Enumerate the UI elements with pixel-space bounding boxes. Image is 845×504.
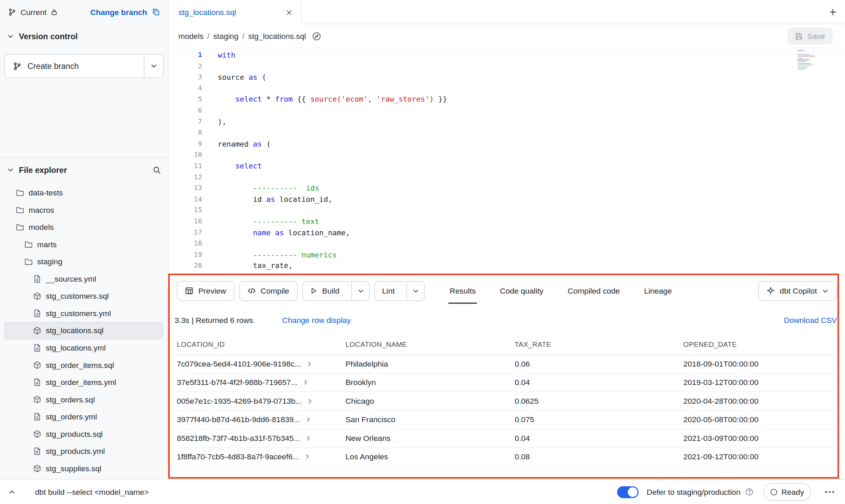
line-number: 18 (169, 238, 202, 249)
folder-icon (16, 189, 24, 197)
create-branch-main[interactable]: Create branch (5, 54, 144, 77)
file-name: stg_products.yml (46, 447, 105, 456)
change-row-display-link[interactable]: Change row display (282, 316, 351, 325)
defer-label: Defer to staging/production (647, 488, 741, 496)
code-editor[interactable]: 1234567891011121314151617181920 withsour… (169, 48, 845, 275)
row-expand-icon[interactable] (304, 454, 311, 460)
lint-button[interactable]: Lint (374, 281, 425, 300)
code-line: select (218, 160, 447, 172)
create-branch-caret[interactable] (144, 54, 163, 77)
row-expand-icon[interactable] (305, 416, 312, 423)
build-main[interactable]: Build (303, 281, 346, 300)
location-id-text: 005e7e1c-1935-4269-b479-0713b... (177, 397, 302, 405)
file-tree-item-__sources.yml[interactable]: __sources.yml (4, 270, 163, 288)
file-tree-item-stg_locations.yml[interactable]: stg_locations.yml (4, 339, 163, 357)
file-name: data-tests (29, 189, 63, 197)
location-id-text: 37e5f311-b7f4-4f2f-988b-719657... (177, 378, 297, 387)
preview-button[interactable]: Preview (177, 281, 234, 300)
cell-value: 3977f440-b87d-461b-9dd6-81839... (177, 415, 345, 424)
create-branch-button[interactable]: Create branch (4, 54, 164, 78)
defer-toggle[interactable] (617, 486, 639, 498)
file-tree-item-stg_orders.sql[interactable]: stg_orders.sql (4, 391, 163, 408)
tab-compiled-code[interactable]: Compiled code (568, 275, 620, 307)
question-circle-icon (745, 488, 754, 496)
file-tree-item-stg_order_items.sql[interactable]: stg_order_items.sql (4, 356, 163, 374)
file-name: stg_orders.sql (46, 395, 95, 404)
close-tab-icon[interactable] (286, 9, 293, 16)
compass-icon[interactable] (312, 31, 321, 41)
result-row: 005e7e1c-1935-4269-b479-0713b...Chicago0… (177, 392, 837, 411)
file-name: stg_supplies.sql (46, 464, 101, 473)
file-name: stg_customers.yml (46, 309, 111, 317)
branch-bar: Current Change branch (0, 0, 168, 24)
file-tree-item-stg_customers.yml[interactable]: stg_customers.yml (4, 305, 163, 322)
save-label: Save (807, 32, 825, 40)
results-table: LOCATION_IDLOCATION_NAMETAX_RATEOPENED_D… (177, 335, 837, 466)
file-tree-item-stg_products.yml[interactable]: stg_products.yml (4, 443, 163, 460)
chevron-down-icon (357, 287, 364, 294)
file-tree-item-stg_orders.yml[interactable]: stg_orders.yml (4, 408, 163, 426)
line-number: 13 (169, 183, 202, 194)
cell-value: 2021-09-12T00:00:00 (683, 453, 837, 461)
editor-area: stg_locations.sql models / staging / stg… (169, 0, 845, 479)
file-tree-item-macros[interactable]: macros (4, 202, 163, 219)
tab-results[interactable]: Results (450, 275, 476, 307)
file-tree-item-models[interactable]: models (4, 219, 163, 236)
tab-stg-locations-sql[interactable]: stg_locations.sql (169, 0, 302, 25)
status-ring-icon (771, 489, 777, 495)
new-tab-button[interactable] (820, 0, 845, 24)
model-file-icon (33, 430, 41, 438)
plus-icon (829, 8, 837, 16)
change-branch-link[interactable]: Change branch (90, 8, 147, 16)
help-icon[interactable] (745, 488, 754, 496)
toggle-knob (628, 487, 638, 496)
copy-icon[interactable] (152, 8, 160, 16)
file-tree-item-staging[interactable]: staging (4, 253, 163, 270)
tab-lineage[interactable]: Lineage (644, 275, 672, 307)
row-expand-icon[interactable] (302, 379, 309, 386)
row-expand-icon[interactable] (305, 435, 312, 442)
line-number: 16 (169, 216, 202, 227)
file-tree-item-stg_locations.sql[interactable]: stg_locations.sql (4, 322, 163, 339)
result-row: 3977f440-b87d-461b-9dd6-81839...San Fran… (177, 411, 837, 429)
version-control-header[interactable]: Version control (0, 24, 168, 48)
tab-code-quality[interactable]: Code quality (500, 275, 543, 307)
file-tree-item-stg_order_items.yml[interactable]: stg_order_items.yml (4, 374, 163, 391)
file-tree-item-stg_products.sql[interactable]: stg_products.sql (4, 425, 163, 443)
build-options-caret[interactable] (352, 281, 369, 300)
line-number: 11 (169, 160, 202, 172)
more-options-button[interactable] (822, 484, 837, 499)
row-expand-icon[interactable] (307, 398, 313, 404)
code-line (218, 205, 447, 216)
file-tree-item-data-tests[interactable]: data-tests (4, 184, 163, 202)
compile-button[interactable]: Compile (239, 281, 297, 300)
file-tree-item-marts[interactable]: marts (4, 236, 163, 253)
command-input[interactable]: dbt build --select <model_name> (35, 488, 149, 496)
save-button[interactable]: Save (787, 28, 833, 45)
row-expand-icon[interactable] (306, 361, 312, 367)
dbt-copilot-button[interactable]: dbt Copilot (758, 281, 837, 300)
search-icon[interactable] (153, 166, 161, 174)
file-tree-item-stg_supplies.sql[interactable]: stg_supplies.sql (4, 460, 163, 477)
lint-options-caret[interactable] (406, 281, 424, 300)
file-name: stg_customers.sql (46, 292, 109, 300)
code-line: ---------- numerics (218, 249, 447, 261)
cell-value: 0.0625 (515, 397, 683, 405)
minimap[interactable] (798, 50, 820, 74)
build-button[interactable]: Build (302, 281, 370, 300)
sidebar: Current Change branch Version control Cr… (0, 0, 169, 479)
panel-toolbar: Preview Compile Build (169, 275, 845, 307)
file-explorer-header[interactable]: File explorer (0, 158, 168, 182)
code-content[interactable]: withsource as ( select * from {{ source(… (202, 48, 447, 275)
current-branch-chip[interactable]: Current (8, 8, 58, 16)
file-tree-item-stg_customers.sql[interactable]: stg_customers.sql (4, 287, 163, 305)
expand-command-drawer-icon[interactable] (8, 488, 16, 495)
ide-status-ready[interactable]: Ready (764, 483, 811, 501)
code-line: source as ( (218, 72, 447, 83)
file-name: stg_order_items.sql (46, 361, 114, 369)
result-row: 37e5f311-b7f4-4f2f-988b-719657...Brookly… (177, 373, 837, 392)
download-csv-link[interactable]: Download CSV (784, 316, 837, 325)
cell-value: 0.075 (515, 415, 683, 424)
lint-main[interactable]: Lint (375, 281, 402, 300)
result-row: 1f8ffa70-7cb5-4d83-8a7f-9aceef6...Los An… (177, 448, 837, 466)
